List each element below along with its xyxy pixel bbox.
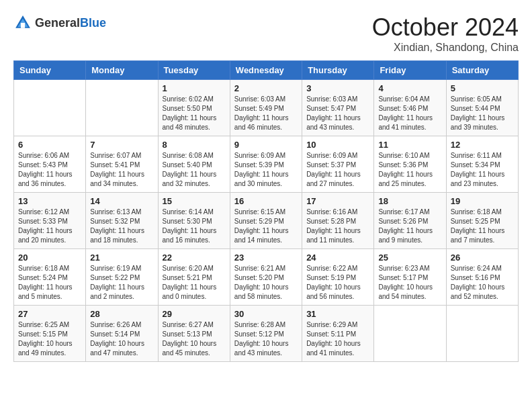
table-row: 20Sunrise: 6:18 AMSunset: 5:24 PMDayligh… [14, 249, 86, 306]
svg-rect-2 [21, 23, 25, 28]
table-row: 30Sunrise: 6:28 AMSunset: 5:12 PMDayligh… [230, 306, 302, 362]
logo-text-blue: Blue [80, 16, 106, 30]
logo-icon [13, 13, 32, 32]
day-number: 8 [163, 140, 226, 150]
cell-info: Sunrise: 6:09 AMSunset: 5:39 PMDaylight:… [234, 151, 298, 189]
table-row: 15Sunrise: 6:14 AMSunset: 5:30 PMDayligh… [158, 193, 230, 249]
day-number: 18 [378, 196, 441, 206]
table-row: 31Sunrise: 6:29 AMSunset: 5:11 PMDayligh… [302, 306, 374, 362]
table-row: 21Sunrise: 6:19 AMSunset: 5:22 PMDayligh… [86, 249, 158, 306]
table-row: 1Sunrise: 6:02 AMSunset: 5:50 PMDaylight… [158, 80, 230, 136]
cell-info: Sunrise: 6:11 AMSunset: 5:34 PMDaylight:… [451, 151, 514, 189]
cell-info: Sunrise: 6:17 AMSunset: 5:26 PMDaylight:… [378, 208, 441, 245]
table-row: 7Sunrise: 6:07 AMSunset: 5:41 PMDaylight… [86, 136, 158, 193]
day-number: 16 [234, 196, 298, 206]
cell-info: Sunrise: 6:03 AMSunset: 5:49 PMDaylight:… [234, 95, 298, 132]
cell-info: Sunrise: 6:18 AMSunset: 5:25 PMDaylight:… [451, 208, 514, 245]
cell-info: Sunrise: 6:27 AMSunset: 5:13 PMDaylight:… [163, 320, 226, 358]
day-number: 3 [306, 83, 369, 93]
cell-info: Sunrise: 6:03 AMSunset: 5:47 PMDaylight:… [306, 95, 369, 132]
cell-info: Sunrise: 6:08 AMSunset: 5:40 PMDaylight:… [163, 151, 226, 189]
table-row [446, 306, 518, 362]
day-number: 1 [163, 83, 226, 93]
header-thursday: Thursday [302, 61, 374, 80]
calendar-week-row: 6Sunrise: 6:06 AMSunset: 5:43 PMDaylight… [14, 136, 519, 193]
table-row: 22Sunrise: 6:20 AMSunset: 5:21 PMDayligh… [158, 249, 230, 306]
day-number: 21 [90, 253, 153, 263]
table-row [374, 306, 446, 362]
day-number: 22 [163, 253, 226, 263]
table-row: 16Sunrise: 6:15 AMSunset: 5:29 PMDayligh… [230, 193, 302, 249]
day-number: 28 [90, 309, 153, 319]
cell-info: Sunrise: 6:16 AMSunset: 5:28 PMDaylight:… [306, 208, 369, 245]
table-row: 4Sunrise: 6:04 AMSunset: 5:46 PMDaylight… [374, 80, 446, 136]
table-row: 25Sunrise: 6:23 AMSunset: 5:17 PMDayligh… [374, 249, 446, 306]
day-number: 6 [18, 140, 81, 150]
calendar-header-row: Sunday Monday Tuesday Wednesday Thursday… [14, 61, 519, 80]
day-number: 11 [378, 140, 441, 150]
table-row: 8Sunrise: 6:08 AMSunset: 5:40 PMDaylight… [158, 136, 230, 193]
cell-info: Sunrise: 6:18 AMSunset: 5:24 PMDaylight:… [18, 264, 81, 302]
cell-info: Sunrise: 6:23 AMSunset: 5:17 PMDaylight:… [378, 264, 441, 302]
title-block: October 2024 Xindian, Shandong, China [372, 13, 519, 54]
day-number: 26 [451, 253, 514, 263]
cell-info: Sunrise: 6:09 AMSunset: 5:37 PMDaylight:… [306, 151, 369, 189]
cell-info: Sunrise: 6:25 AMSunset: 5:15 PMDaylight:… [18, 320, 81, 358]
cell-info: Sunrise: 6:05 AMSunset: 5:44 PMDaylight:… [451, 95, 514, 132]
calendar-week-row: 20Sunrise: 6:18 AMSunset: 5:24 PMDayligh… [14, 249, 519, 306]
table-row [86, 80, 158, 136]
day-number: 15 [163, 196, 226, 206]
day-number: 14 [90, 196, 153, 206]
day-number: 27 [18, 309, 81, 319]
cell-info: Sunrise: 6:24 AMSunset: 5:16 PMDaylight:… [451, 264, 514, 302]
cell-info: Sunrise: 6:14 AMSunset: 5:30 PMDaylight:… [163, 208, 226, 245]
day-number: 17 [306, 196, 369, 206]
day-number: 13 [18, 196, 81, 206]
cell-info: Sunrise: 6:22 AMSunset: 5:19 PMDaylight:… [306, 264, 369, 302]
calendar-week-row: 27Sunrise: 6:25 AMSunset: 5:15 PMDayligh… [14, 306, 519, 362]
day-number: 4 [378, 83, 441, 93]
table-row: 13Sunrise: 6:12 AMSunset: 5:33 PMDayligh… [14, 193, 86, 249]
table-row: 28Sunrise: 6:26 AMSunset: 5:14 PMDayligh… [86, 306, 158, 362]
logo-text-general: General [35, 16, 80, 30]
cell-info: Sunrise: 6:26 AMSunset: 5:14 PMDaylight:… [90, 320, 153, 358]
header-sunday: Sunday [14, 61, 86, 80]
table-row: 10Sunrise: 6:09 AMSunset: 5:37 PMDayligh… [302, 136, 374, 193]
day-number: 9 [234, 140, 298, 150]
table-row: 3Sunrise: 6:03 AMSunset: 5:47 PMDaylight… [302, 80, 374, 136]
day-number: 31 [306, 309, 369, 319]
cell-info: Sunrise: 6:29 AMSunset: 5:11 PMDaylight:… [306, 320, 369, 358]
cell-info: Sunrise: 6:28 AMSunset: 5:12 PMDaylight:… [234, 320, 298, 358]
cell-info: Sunrise: 6:21 AMSunset: 5:20 PMDaylight:… [234, 264, 298, 302]
cell-info: Sunrise: 6:20 AMSunset: 5:21 PMDaylight:… [163, 264, 226, 302]
day-number: 2 [234, 83, 298, 93]
day-number: 24 [306, 253, 369, 263]
location-title: Xindian, Shandong, China [372, 42, 519, 54]
table-row: 9Sunrise: 6:09 AMSunset: 5:39 PMDaylight… [230, 136, 302, 193]
cell-info: Sunrise: 6:06 AMSunset: 5:43 PMDaylight:… [18, 151, 81, 189]
cell-info: Sunrise: 6:19 AMSunset: 5:22 PMDaylight:… [90, 264, 153, 302]
month-title: October 2024 [372, 13, 519, 42]
day-number: 10 [306, 140, 369, 150]
page-header: GeneralBlue October 2024 Xindian, Shando… [13, 13, 519, 54]
cell-info: Sunrise: 6:04 AMSunset: 5:46 PMDaylight:… [378, 95, 441, 132]
table-row: 24Sunrise: 6:22 AMSunset: 5:19 PMDayligh… [302, 249, 374, 306]
day-number: 25 [378, 253, 441, 263]
logo: GeneralBlue [13, 13, 106, 32]
table-row: 14Sunrise: 6:13 AMSunset: 5:32 PMDayligh… [86, 193, 158, 249]
table-row: 17Sunrise: 6:16 AMSunset: 5:28 PMDayligh… [302, 193, 374, 249]
calendar-week-row: 1Sunrise: 6:02 AMSunset: 5:50 PMDaylight… [14, 80, 519, 136]
calendar-table: Sunday Monday Tuesday Wednesday Thursday… [13, 60, 519, 362]
day-number: 30 [234, 309, 298, 319]
header-tuesday: Tuesday [158, 61, 230, 80]
table-row: 6Sunrise: 6:06 AMSunset: 5:43 PMDaylight… [14, 136, 86, 193]
cell-info: Sunrise: 6:02 AMSunset: 5:50 PMDaylight:… [163, 95, 226, 132]
cell-info: Sunrise: 6:10 AMSunset: 5:36 PMDaylight:… [378, 151, 441, 189]
table-row: 23Sunrise: 6:21 AMSunset: 5:20 PMDayligh… [230, 249, 302, 306]
table-row: 26Sunrise: 6:24 AMSunset: 5:16 PMDayligh… [446, 249, 518, 306]
table-row [14, 80, 86, 136]
table-row: 11Sunrise: 6:10 AMSunset: 5:36 PMDayligh… [374, 136, 446, 193]
table-row: 29Sunrise: 6:27 AMSunset: 5:13 PMDayligh… [158, 306, 230, 362]
day-number: 23 [234, 253, 298, 263]
table-row: 2Sunrise: 6:03 AMSunset: 5:49 PMDaylight… [230, 80, 302, 136]
